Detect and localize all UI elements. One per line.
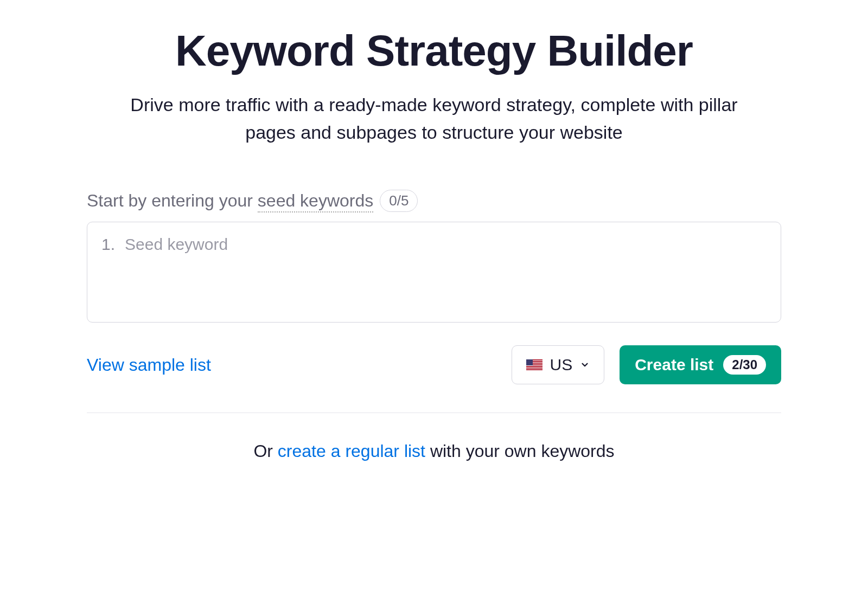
alt-suffix: with your own keywords: [425, 441, 615, 461]
create-list-button[interactable]: Create list 2/30: [620, 345, 781, 384]
page-title: Keyword Strategy Builder: [87, 27, 781, 75]
create-list-label: Create list: [635, 356, 713, 374]
seed-input-row: 1.: [101, 235, 767, 254]
form-label-prefix: Start by entering your: [87, 191, 258, 210]
page-subtitle: Drive more traffic with a ready-made key…: [130, 91, 738, 146]
seed-row-number: 1.: [101, 235, 115, 254]
form-label-row: Start by entering your seed keywords 0/5: [87, 190, 781, 212]
alternative-row: Or create a regular list with your own k…: [87, 441, 781, 461]
section-divider: [87, 413, 781, 413]
form-section: Start by entering your seed keywords 0/5…: [87, 190, 781, 461]
us-flag-icon: [526, 359, 542, 370]
seed-count-badge: 0/5: [380, 190, 418, 212]
form-label: Start by entering your seed keywords: [87, 191, 373, 211]
view-sample-link[interactable]: View sample list: [87, 355, 211, 375]
seed-keyword-input[interactable]: [125, 235, 767, 254]
country-code-label: US: [550, 356, 573, 374]
list-count-badge: 2/30: [723, 355, 766, 375]
actions-row: View sample list US Create list 2/30: [87, 345, 781, 384]
country-selector[interactable]: US: [512, 345, 605, 384]
chevron-down-icon: [580, 360, 590, 370]
create-regular-list-link[interactable]: create a regular list: [278, 441, 425, 461]
main-container: Keyword Strategy Builder Drive more traf…: [87, 27, 781, 461]
seed-keywords-term[interactable]: seed keywords: [258, 191, 373, 212]
alt-prefix: Or: [253, 441, 277, 461]
seed-keywords-input-box[interactable]: 1.: [87, 222, 781, 323]
right-actions: US Create list 2/30: [512, 345, 781, 384]
